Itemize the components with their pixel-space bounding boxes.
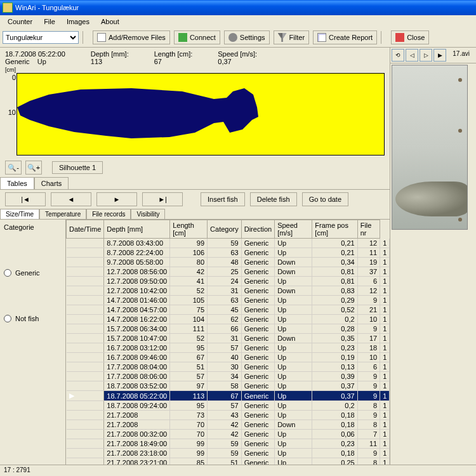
table-row[interactable]: 9.7.2008 05:58:008048GenericDown0,34191 xyxy=(67,258,390,267)
insert-fish-button[interactable]: Insert fish xyxy=(201,192,245,206)
delete-fish-button[interactable]: Delete fish xyxy=(250,192,297,206)
video-prev-button[interactable]: ◁ xyxy=(406,49,418,62)
add-remove-files-button[interactable]: Add/Remove Files xyxy=(93,30,170,44)
tab-charts[interactable]: Charts xyxy=(34,177,69,189)
video-rewind-button[interactable]: ⟲ xyxy=(392,49,404,62)
video-controls: ⟲ ◁ ▷ ▶ 17.avi xyxy=(390,48,476,63)
table-row[interactable]: 21.7.2008 18:49:009959GenericUp0,23111 xyxy=(67,439,390,449)
radio-not-fish[interactable]: Not fish xyxy=(4,315,62,322)
subtab-size-time[interactable]: Size/Time xyxy=(0,209,39,219)
file-icon xyxy=(97,33,106,42)
report-icon xyxy=(317,33,326,42)
col-header[interactable]: Frame pos [cm] xyxy=(312,220,357,239)
close-icon xyxy=(395,33,404,42)
connect-icon xyxy=(178,33,187,42)
toolbar: Tungulækur Add/Remove Files Connect Sett… xyxy=(0,28,476,48)
table-row[interactable]: 18.7.2008 03:52:009758GenericUp0,3791 xyxy=(67,381,390,391)
table-row[interactable]: 21.7.20087343GenericUp0,1891 xyxy=(67,411,390,420)
subtab-visibility[interactable]: Visibility xyxy=(131,209,165,219)
zoom-out-button[interactable]: 🔍- xyxy=(5,161,22,175)
video-frame[interactable] xyxy=(392,65,468,230)
menubar: Counter File Images About xyxy=(0,15,476,28)
col-header[interactable]: Category xyxy=(208,220,242,239)
gear-icon xyxy=(228,33,237,42)
video-filename: 17.avi xyxy=(447,49,475,62)
table-row[interactable]: 21.7.2008 23:18:009959GenericUp0,1891 xyxy=(67,449,390,458)
menu-file[interactable]: File xyxy=(39,17,60,27)
table-row[interactable]: 21.7.20087042GenericDown0,1881 xyxy=(67,420,390,430)
nav-first-button[interactable]: |◄ xyxy=(5,192,46,206)
col-header[interactable]: Date/Time xyxy=(67,220,104,239)
col-header[interactable]: File nr xyxy=(357,220,380,239)
fish-silhouette xyxy=(17,85,258,139)
col-header[interactable]: Direction xyxy=(241,220,274,239)
menu-images[interactable]: Images xyxy=(62,17,95,27)
category-pane: Categorie Generic Not fish xyxy=(0,220,66,476)
filter-icon xyxy=(278,33,287,42)
silhouette-panel: 18.7.2008 05:22:00 Generic Up Depth [mm]… xyxy=(0,48,390,158)
table-row[interactable]: 17.7.2008 08:06:005734GenericUp0,3991 xyxy=(67,372,390,381)
tab-tables[interactable]: Tables xyxy=(0,177,34,189)
table-row[interactable]: 12.7.2008 08:56:004225GenericDown0,81371 xyxy=(67,267,390,277)
nav-next-button[interactable]: ► xyxy=(96,192,137,206)
filter-button[interactable]: Filter xyxy=(274,30,309,44)
location-select[interactable]: Tungulækur xyxy=(3,31,79,44)
table-row[interactable]: 14.7.2008 04:57:007545GenericUp0,52211 xyxy=(67,305,390,315)
table-row[interactable]: 14.7.2008 01:46:0010563GenericUp0,2991 xyxy=(67,296,390,305)
sil-datetime: 18.7.2008 05:22:00 xyxy=(5,50,65,58)
menu-counter[interactable]: Counter xyxy=(3,17,37,27)
window-title: WinAri - Tungulækur xyxy=(15,4,79,11)
table-row[interactable]: 16.7.2008 09:46:006740GenericUp0,19101 xyxy=(67,353,390,362)
video-next-button[interactable]: ▷ xyxy=(420,49,432,62)
fish-data-table[interactable]: Date/TimeDepth [mm]Length [cm]CategoryDi… xyxy=(66,220,390,476)
nav-last-button[interactable]: ►| xyxy=(142,192,183,206)
table-row[interactable]: 8.7.2008 03:43:009959GenericUp0,21121 xyxy=(67,239,390,248)
zoom-in-button[interactable]: 🔍+ xyxy=(25,161,42,175)
table-row[interactable]: 15.7.2008 06:34:0011166GenericUp0,2891 xyxy=(67,324,390,334)
table-row[interactable]: ▶18.7.2008 05:22:0011367GenericUp0,3791 xyxy=(67,391,390,401)
radio-generic[interactable]: Generic xyxy=(4,269,62,277)
table-row[interactable]: 18.7.2008 09:24:009557GenericUp0,281 xyxy=(67,401,390,411)
video-fish xyxy=(395,182,468,216)
status-bar: 17 : 2791 xyxy=(0,465,476,476)
nav-prev-button[interactable]: ◄ xyxy=(51,192,91,206)
goto-date-button[interactable]: Go to date xyxy=(302,192,348,206)
create-report-button[interactable]: Create Report xyxy=(313,30,377,44)
table-row[interactable]: 16.7.2008 03:12:009557GenericUp0,23181 xyxy=(67,343,390,353)
table-row[interactable]: 15.7.2008 10:47:005231GenericDown0,35171 xyxy=(67,334,390,343)
silhouette-canvas[interactable]: 010 xyxy=(17,73,385,155)
subtab-temperature[interactable]: Temperature xyxy=(39,209,86,219)
video-play-button[interactable]: ▶ xyxy=(433,49,446,62)
settings-button[interactable]: Settings xyxy=(224,30,270,44)
table-row[interactable]: 17.7.2008 08:04:005130GenericUp0,1361 xyxy=(67,362,390,372)
connect-button[interactable]: Connect xyxy=(174,30,220,44)
app-icon xyxy=(3,3,13,13)
col-header[interactable]: Depth [mm] xyxy=(104,220,170,239)
titlebar: WinAri - Tungulækur xyxy=(0,0,476,15)
table-row[interactable]: 12.7.2008 09:50:004124GenericUp0,8161 xyxy=(67,277,390,286)
subtab-file-records[interactable]: File records xyxy=(86,209,131,219)
table-row[interactable]: 8.7.2008 22:24:0010663GenericUp0,21111 xyxy=(67,248,390,258)
close-button[interactable]: Close xyxy=(391,30,429,44)
silhouette-tab[interactable]: Silhouette 1 xyxy=(52,161,103,174)
table-row[interactable]: 14.7.2008 16:22:0010462GenericUp0,2101 xyxy=(67,315,390,324)
col-header[interactable]: Speed [m/s] xyxy=(275,220,312,239)
table-row[interactable]: 12.7.2008 10:42:005231GenericDown0,83121 xyxy=(67,286,390,296)
col-header[interactable]: Length [cm] xyxy=(170,220,208,239)
menu-about[interactable]: About xyxy=(96,17,124,27)
table-row[interactable]: 21.7.2008 00:32:007042GenericUp0,0671 xyxy=(67,430,390,439)
